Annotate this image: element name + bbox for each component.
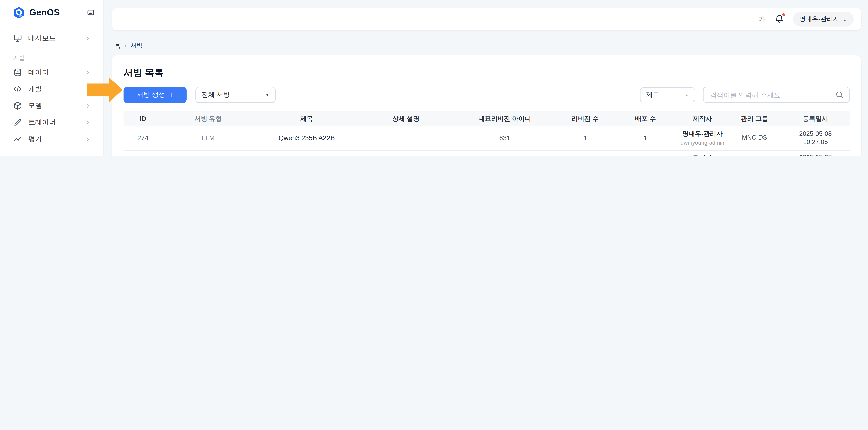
chevron-right-icon <box>86 36 90 41</box>
sidebar: GenOS 대시보드 개발 데이터 개발 <box>0 0 104 156</box>
header-revision-count: 리비전 수 <box>558 114 613 123</box>
breadcrumb-home[interactable]: 홈 <box>115 41 121 50</box>
header-creator: 제작자 <box>678 114 727 123</box>
cell-serving-type: LLM <box>162 133 254 143</box>
chevron-down-icon: ⌄ <box>685 92 689 97</box>
sidebar-item-label: 트레이너 <box>28 118 56 127</box>
breadcrumb: 홈 › 서빙 <box>115 41 142 50</box>
chevron-down-icon: ⌄ <box>843 17 847 22</box>
sidebar-item-label: 평가 <box>28 134 42 144</box>
create-serving-button[interactable]: 서빙 생성 + <box>124 87 187 103</box>
sidebar-item-data[interactable]: 데이터 <box>0 64 103 81</box>
cell-creator: 관리자 administrator <box>678 154 727 156</box>
registered-date: 2025-05-08 <box>782 129 848 138</box>
breadcrumb-current: 서빙 <box>130 41 143 50</box>
header-admin-group: 관리 그룹 <box>727 114 782 123</box>
creator-name: 명대우-관리자 <box>678 130 727 138</box>
user-menu[interactable]: 명대우-관리자 ⌄ <box>793 11 854 27</box>
cell-deploy-count: 1 <box>613 133 678 143</box>
creator-name: 관리자 <box>678 154 727 156</box>
sidebar-item-label: 대시보드 <box>28 33 56 43</box>
create-serving-label: 서빙 생성 <box>137 90 165 100</box>
database-icon <box>13 68 22 77</box>
sidebar-item-dashboard[interactable]: 대시보드 <box>0 30 103 47</box>
sidebar-menu: 대시보드 개발 데이터 개발 모델 트레이너 <box>0 25 103 156</box>
notification-bell-icon[interactable] <box>774 14 784 24</box>
header-revision-id: 대표리비전 아이디 <box>452 114 557 123</box>
sidebar-section-develop: 개발 <box>13 54 103 62</box>
serving-type-filter-select[interactable]: 전체 서빙 ▼ <box>195 87 276 103</box>
genos-logo-icon <box>12 6 25 19</box>
cell-id: 274 <box>124 133 162 143</box>
chevron-right-icon <box>86 70 90 75</box>
header-id: ID <box>124 115 162 122</box>
header-serving-type: 서빙 유형 <box>162 114 254 123</box>
sidebar-item-evaluation[interactable]: 평가 <box>0 131 103 147</box>
search-box <box>703 87 850 103</box>
page-title: 서빙 목록 <box>124 66 850 79</box>
cell-revision-id: 631 <box>452 133 557 143</box>
serving-table: ID 서빙 유형 제목 상세 설명 대표리비전 아이디 리비전 수 배포 수 제… <box>124 111 850 156</box>
sidebar-item-label: 모델 <box>28 101 42 111</box>
chart-icon <box>13 134 22 143</box>
registered-time: 10:27:05 <box>782 138 848 147</box>
cell-title: Qwen3 235B A22B <box>254 133 359 143</box>
cell-creator: 명대우-관리자 dwmyoung-admin <box>678 130 727 146</box>
sidebar-item-label: 개발 <box>28 85 42 94</box>
search-field-value: 제목 <box>646 90 659 100</box>
user-name: 명대우-관리자 <box>799 15 839 23</box>
serving-filter-value: 전체 서빙 <box>202 90 230 100</box>
sidebar-item-label: 데이터 <box>28 68 49 77</box>
pencil-icon <box>13 118 22 127</box>
cell-revision-count: 1 <box>558 133 613 143</box>
dashboard-icon <box>13 34 22 43</box>
code-icon <box>13 85 22 93</box>
sidebar-item-develop[interactable]: 개발 <box>0 81 103 97</box>
cell-registered-at: 2025-05-08 10:27:05 <box>782 129 848 147</box>
chevron-right-icon <box>86 87 90 92</box>
table-row[interactable]: 274 LLM Qwen3 235B A22B 631 1 1 명대우-관리자 … <box>124 126 850 150</box>
cube-icon <box>13 101 22 110</box>
chevron-right-icon <box>86 120 90 125</box>
sidebar-section-deploy: 배포 <box>13 155 103 156</box>
table-body: 274 LLM Qwen3 235B A22B 631 1 1 명대우-관리자 … <box>124 126 850 156</box>
header-registered-at: 등록일시 <box>782 114 848 123</box>
serving-list-card: 서빙 목록 서빙 생성 + 전체 서빙 ▼ 제목 ⌄ <box>112 56 861 156</box>
search-icon[interactable] <box>835 91 844 99</box>
header-description: 상세 설명 <box>359 114 453 123</box>
header-title: 제목 <box>254 114 359 123</box>
font-size-toggle[interactable]: 가 <box>758 14 765 24</box>
toolbar: 서빙 생성 + 전체 서빙 ▼ 제목 ⌄ <box>124 87 850 103</box>
cell-registered-at: 2025-05-07 17:39:21 <box>782 154 848 156</box>
sidebar-item-model[interactable]: 모델 <box>0 97 103 114</box>
app-title: GenOS <box>29 8 60 18</box>
table-header: ID 서빙 유형 제목 상세 설명 대표리비전 아이디 리비전 수 배포 수 제… <box>124 111 850 126</box>
app-window: GenOS 대시보드 개발 데이터 개발 <box>0 0 868 156</box>
sidebar-collapse-icon[interactable] <box>87 9 95 17</box>
plus-icon: + <box>169 91 173 99</box>
search-input[interactable] <box>709 91 835 99</box>
notification-dot <box>782 13 785 16</box>
creator-id: dwmyoung-admin <box>678 139 727 146</box>
sidebar-item-trainer[interactable]: 트레이너 <box>0 114 103 131</box>
top-bar: 가 명대우-관리자 ⌄ <box>112 8 861 30</box>
search-field-select[interactable]: 제목 ⌄ <box>640 88 695 102</box>
chevron-right-icon <box>86 103 90 108</box>
table-row[interactable]: 271 LLM Gemma3 27B (Tool) 628 1 1 관리자 ad… <box>124 150 850 156</box>
cell-admin-group: MNC DS <box>727 134 782 142</box>
header-deploy-count: 배포 수 <box>613 114 678 123</box>
chevron-right-icon <box>86 136 90 142</box>
registered-date: 2025-05-07 <box>782 154 848 156</box>
breadcrumb-separator-icon: › <box>125 43 126 49</box>
caret-down-icon: ▼ <box>265 92 270 97</box>
